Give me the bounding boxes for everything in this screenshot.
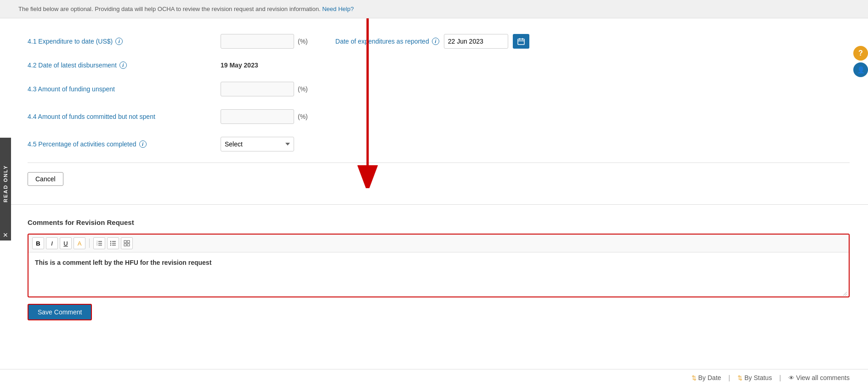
input-4-4[interactable] [221,109,294,124]
svg-point-15 [110,245,111,246]
svg-rect-19 [127,244,130,246]
select-4-5[interactable]: Select 0-25% 26-50% 51-75% 76-100% [221,137,294,151]
svg-text:3: 3 [96,244,98,246]
input-4-3[interactable] [221,82,294,96]
right-sidebar: ? 👤 [853,46,868,77]
pct-label-4-3: (%) [298,85,308,93]
svg-rect-18 [124,244,126,246]
input-4-1[interactable] [221,34,294,49]
form-row-4-2: 4.2 Date of latest disbursement i 19 May… [28,55,850,75]
date-section: Date of expenditures as reported i [335,34,529,49]
by-date-label: By Date [698,374,721,381]
unordered-list-button[interactable] [107,237,119,249]
value-4-2: 19 May 2023 [221,62,258,69]
info-icon-4-5[interactable]: i [139,140,147,148]
label-4-5: 4.5 Percentage of activities completed i [28,140,221,148]
pct-label-4-4: (%) [298,113,308,120]
info-bar: The field below are optional. Providing … [0,0,868,18]
underline-button[interactable]: U [60,237,72,249]
label-4-1: 4.1 Expenditure to date (US$) i [28,38,221,45]
eye-icon [789,374,794,381]
main-content: 4.1 Expenditure to date (US$) i (%) Date… [0,18,868,200]
highlight-button[interactable]: A [74,237,85,249]
section-divider-2 [0,204,868,205]
save-comment-button[interactable]: Save Comment [28,304,92,320]
view-all-comments-link[interactable]: View all comments [789,374,850,381]
by-date-link[interactable]: By Date [692,374,721,381]
footer-divider-2: | [779,374,781,381]
grid-button[interactable] [121,237,133,249]
bold-button[interactable]: B [32,237,44,249]
rte-resize-handle[interactable] [28,289,849,296]
svg-rect-16 [124,241,126,243]
help-icon[interactable]: ? [853,46,868,61]
form-row-4-3: 4.3 Amount of funding unspent (%) [28,75,850,103]
label-4-2: 4.2 Date of latest disbursement i [28,62,221,69]
page-wrapper: The field below are optional. Providing … [0,0,868,386]
read-only-sidebar: READ ONLY [0,138,11,229]
info-icon-4-1[interactable]: i [115,38,123,45]
by-status-sort-icon [738,375,743,381]
date-input[interactable] [444,34,508,49]
cancel-button[interactable]: Cancel [28,172,63,186]
by-date-sort-icon [692,375,697,381]
rte-comment-text: This is a comment left by the HFU for th… [35,259,211,266]
label-4-3: 4.3 Amount of funding unspent [28,85,221,93]
footer-bar: By Date | By Status | View all comments [0,369,868,386]
date-label: Date of expenditures as reported i [335,38,439,45]
form-section: 4.1 Expenditure to date (US$) i (%) Date… [28,28,850,158]
comments-title: Comments for Revision Request [28,218,850,226]
info-icon-4-2[interactable]: i [119,62,127,69]
pct-label-4-1: (%) [298,38,308,45]
svg-point-14 [110,243,111,244]
user-icon[interactable]: 👤 [853,62,868,77]
svg-line-20 [843,292,847,296]
svg-point-13 [110,241,111,242]
comments-section: Comments for Revision Request B I U A [0,209,868,330]
by-status-link[interactable]: By Status [738,374,772,381]
svg-line-21 [845,294,847,296]
need-help-link[interactable]: Need Help? [322,6,354,12]
form-row-4-1: 4.1 Expenditure to date (US$) i (%) Date… [28,28,850,55]
rte-container: B I U A 1 2 [28,234,850,297]
rte-separator-1 [89,239,90,248]
section-divider-1 [28,162,850,163]
ordered-list-button[interactable]: 1 2 3 [93,237,105,249]
italic-button[interactable]: I [46,237,58,249]
by-status-label: By Status [744,374,772,381]
read-only-close[interactable]: ✕ [0,229,11,241]
info-icon-date[interactable]: i [432,38,439,45]
view-all-label: View all comments [796,374,850,381]
footer-divider: | [728,374,730,381]
form-row-4-4: 4.4 Amount of funds committed but not sp… [28,103,850,130]
rte-toolbar: B I U A 1 2 [28,235,849,252]
rte-content[interactable]: This is a comment left by the HFU for th… [28,252,849,289]
form-row-4-5: 4.5 Percentage of activities completed i… [28,130,850,158]
info-bar-text: The field below are optional. Providing … [18,6,321,12]
label-4-4: 4.4 Amount of funds committed but not sp… [28,113,221,120]
svg-rect-17 [127,241,130,243]
calendar-button[interactable] [513,34,529,49]
svg-rect-0 [518,39,524,45]
